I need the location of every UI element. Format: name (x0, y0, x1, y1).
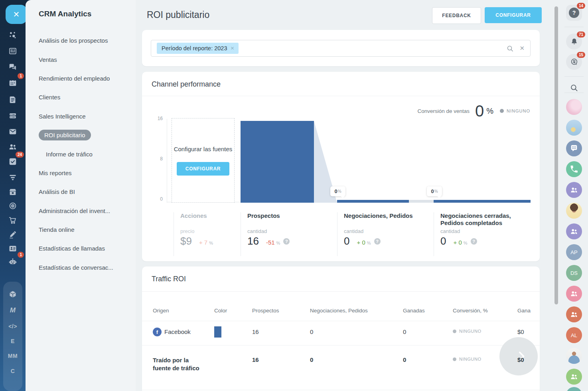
help-icon[interactable]: ? (283, 238, 290, 245)
ytick-8: 8 (154, 156, 163, 162)
filter-search-input[interactable]: Período del reporte: 2023 ✕ ✕ (151, 40, 531, 57)
avatar-telephony[interactable] (566, 161, 582, 177)
sidebar-item-roi-publicitario-active[interactable]: ROI publicitario (26, 126, 136, 144)
avatar-initials[interactable]: AL (566, 327, 582, 343)
filter-chip[interactable]: Período del reporte: 2023 ✕ (157, 43, 239, 54)
row-conversion: NINGUNO (453, 329, 481, 334)
copilot-badge: 1 (18, 252, 24, 258)
market-icon[interactable] (5, 184, 21, 200)
row-prospectos: 16 (252, 328, 259, 335)
menu-list: Análisis de los prospectos Ventas Rendim… (26, 31, 136, 277)
sign-pen-icon[interactable] (5, 227, 21, 243)
row-origin[interactable]: Facebook (164, 328, 191, 335)
close-menu-button[interactable]: ✕ (6, 5, 27, 24)
tasks-badge: 24 (16, 152, 24, 158)
menu-title: CRM Analytics (39, 10, 91, 18)
main-scrollbar[interactable] (554, 6, 558, 304)
filter-bar: Período del reporte: 2023 ✕ ✕ (142, 30, 540, 66)
conversion-unit: % (486, 107, 493, 116)
group-icon (570, 289, 578, 298)
monday-app-icon[interactable]: M (5, 302, 21, 318)
sidebar-item-tienda-online[interactable]: Tienda online (26, 220, 136, 239)
avatar-partial[interactable] (566, 387, 582, 391)
funnel-bar-prospectos[interactable] (241, 121, 314, 203)
crm-funnel-icon[interactable] (5, 170, 21, 186)
documents-icon[interactable] (5, 92, 21, 108)
configure-button[interactable]: CONFIGURAR (485, 7, 542, 23)
help-icon: ? (569, 8, 579, 18)
avatar-group-chat[interactable] (566, 140, 582, 156)
app-mm-icon[interactable]: MM (5, 348, 21, 364)
sidebar-item-analisis-prospectos[interactable]: Análisis de los prospectos (26, 31, 136, 50)
divider (142, 291, 540, 292)
avatar-group[interactable] (566, 286, 582, 302)
funnel-bar-negociaciones[interactable] (337, 200, 409, 203)
sidebar-item-estadisticas-conversaciones[interactable]: Estadísticas de conversac... (26, 258, 136, 277)
clear-filter-icon[interactable]: ✕ (519, 45, 525, 52)
funnel-bar-cerradas[interactable] (434, 200, 531, 203)
bell-icon (570, 38, 578, 46)
page-title: ROI publicitario (147, 10, 209, 20)
sidebar-item-sales-intelligence[interactable]: Sales Intelligence (26, 107, 136, 126)
avatar-initials[interactable]: AP (566, 244, 582, 260)
developer-code-icon[interactable]: </> (5, 318, 21, 334)
mail-icon[interactable] (5, 124, 21, 140)
search-button[interactable] (566, 80, 582, 96)
sidebar-item-ventas[interactable]: Ventas (26, 50, 136, 69)
divider (142, 321, 540, 321)
app-e-icon[interactable]: E (5, 333, 21, 349)
help-button[interactable]: ? 14 (566, 5, 582, 21)
shop-cart-icon[interactable] (5, 212, 21, 228)
sidebar-item-analisis-bi[interactable]: Análisis de BI (26, 182, 136, 201)
col-ganancias-truncated: Gana (517, 308, 540, 314)
avatar-initials[interactable]: DS (566, 265, 582, 281)
copilot-robot-icon[interactable]: 1 (5, 254, 21, 270)
messenger-button[interactable]: 15 (566, 54, 582, 70)
calendar-icon[interactable]: 1 (5, 75, 21, 91)
avatar-group[interactable] (566, 369, 582, 385)
stat-negociaciones: Negociaciones, Pedidos cantidad 0 + 0 % … (337, 212, 434, 256)
avatar-group[interactable] (566, 306, 582, 322)
sites-icon[interactable] (5, 27, 21, 43)
configure-sources-button[interactable]: CONFIGURAR (177, 162, 229, 176)
col-conversion: Conversión, % (453, 308, 488, 314)
row-color-swatch (214, 326, 221, 338)
sidebar-item-estadisticas-llamadas[interactable]: Estadísticas de llamadas (26, 239, 136, 258)
marketing-target-icon[interactable] (5, 198, 21, 214)
chip-remove-icon[interactable]: ✕ (230, 45, 234, 51)
stat-prospectos: Prospectos cantidad 16 -51 % ? (241, 212, 337, 256)
avatar-photo-man[interactable] (566, 348, 582, 364)
avatar-photo-woman[interactable] (566, 203, 582, 219)
help-icon[interactable]: ? (471, 238, 477, 245)
right-toolbar: ? 14 71 15 AP DS AL (560, 0, 588, 391)
notifications-button[interactable]: 71 (566, 34, 582, 49)
sidebar-item-administracion-inventario[interactable]: Administración del invent... (26, 201, 136, 220)
avatar-group[interactable] (566, 182, 582, 198)
avatar-illustration-pink[interactable] (566, 99, 582, 115)
help-icon[interactable]: ? (374, 238, 381, 245)
group-icon (570, 186, 578, 194)
avatar-group[interactable] (566, 223, 582, 239)
app-c-icon[interactable]: C (5, 363, 21, 379)
help-badge: 14 (577, 3, 585, 9)
traffic-roi-card: Traffic ROI Origen Color Prospectos Nego… (142, 267, 540, 391)
configure-sources-box: Configurar las fuentes CONFIGURAR (172, 118, 235, 203)
divider (564, 27, 584, 27)
row-negociaciones-total: 0 (310, 356, 313, 363)
sidebar-item-rendimiento[interactable]: Rendimiento del empleado (26, 69, 136, 88)
feed-icon[interactable] (5, 43, 21, 59)
conversion-status: NINGUNO (507, 109, 530, 113)
sidebar-item-mis-reportes[interactable]: Mis reportes (26, 164, 136, 182)
drive-icon[interactable] (5, 108, 21, 124)
avatar-illustration-blue[interactable] (566, 120, 582, 136)
search-icon[interactable] (506, 45, 514, 52)
sidebar-item-clientes[interactable]: Clientes (26, 88, 136, 107)
feedback-button[interactable]: FEEDBACK (432, 7, 481, 24)
tasks-icon[interactable]: 24 (5, 154, 21, 170)
row-prospectos-total: 16 (252, 356, 259, 363)
devops-cube-icon[interactable] (5, 286, 21, 302)
chat-icon[interactable] (5, 59, 21, 75)
ytick-16: 16 (154, 116, 163, 121)
sidebar-item-informe-trafico[interactable]: Informe de tráfico (26, 144, 136, 163)
divider (564, 76, 584, 77)
